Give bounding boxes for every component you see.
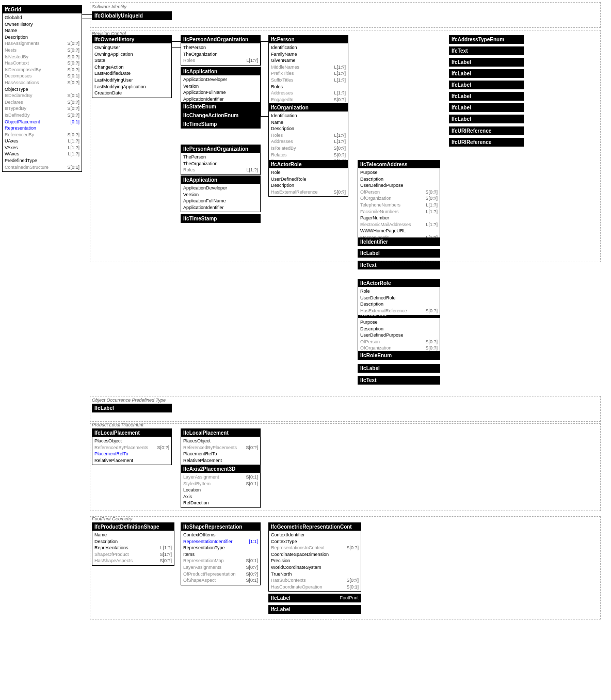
ifc-grid-field-waxes: WAxesL[1:?] [5,151,79,157]
ifc-shape-representation-header: IfcShapeRepresentation [181,523,260,531]
ifc-grid-field-description: Description [5,34,79,41]
ifc-state-enum-header: IfcStateEnum [181,103,260,110]
ifc-local-placement-2-header: IfcLocalPlacement [181,429,260,437]
ifc-uri-reference-1-box: IfcURIReference [449,126,524,135]
ifc-grid-field-objecttype: ObjectType [5,86,79,93]
ifc-state-enum-box: IfcStateEnum [181,102,261,111]
ifc-grid-field-isnestedby: IsNestedByS[0:?] [5,54,79,60]
ifc-grid-field-predefinedtype: PredefinedType [5,157,79,164]
connector-pao1-to-org-h [261,116,268,117]
ifc-owner-history-header: IfcOwnerHistory [92,36,171,43]
ifc-grid-header: IfcGrid [3,6,82,13]
ifc-grid-field-name: Name [5,27,79,34]
ifc-grid-field-referencedby: ReferencedByS[0:?] [5,132,79,138]
ifc-telecom-address-body: Purpose Description UserDefinedPurpose O… [358,168,440,242]
ifc-label-footprint-header: IfcLabelFootPrint [269,594,361,602]
ifc-local-placement-2-box: IfcLocalPlacement PlacesObject Reference… [181,428,261,465]
ifc-local-placement-1-box: IfcLocalPlacement PlacesObject Reference… [92,428,172,465]
ifc-grid-field-objectplacement: ObjectPlacement[0:1] [5,119,79,125]
ifc-owner-history-box: IfcOwnerHistory OwningUser OwningApplica… [92,35,172,98]
section-footprint-geometry: FootPrint Geometry [92,516,133,521]
ifc-text-header: IfcText [449,47,523,55]
ifc-label-4-box: IfcLabel [449,92,524,101]
ifc-uri-reference-2-box: IfcURIReference [449,138,524,147]
ifc-grid-field-ownerhistory: OwnerHistory [5,21,79,28]
ifc-label-oop-header: IfcLabel [92,404,171,412]
ifc-telecom-address-header: IfcTelecomAddress [358,161,440,168]
ifc-grid-field-hasassignments: HasAssignmentsS[0:?] [5,40,79,47]
ifc-axis2-placement3d-box: IfcAxis2Placement3D LayerAssignmentS[0:1… [181,465,261,508]
ifc-person-and-organization-1-header: IfcPersonAndOrganization [181,36,260,43]
ifc-grid-field-containedinstructure: ContainedInStructureS[0:1] [5,164,79,171]
ifc-uri-reference-2-header: IfcURIReference [449,138,523,146]
ifc-grid-field-nests: NestsS[0:?] [5,47,79,54]
ifc-identifier-box: IfcIdentifier [358,237,440,246]
ifc-grid-field-isdecomposedby: IsDecomposedByS[0:?] [5,67,79,73]
ifc-organization-body: Identification Name Description RolesL[1… [269,112,348,166]
ifc-person-and-organization-2-box: IfcPersonAndOrganization ThePerson TheOr… [181,145,261,175]
ifc-actor-role-2-box: IfcActorRole Role UserDefinedRole Descri… [358,279,440,315]
ifc-address-type-enum-header: IfcAddressTypeEnum [449,36,523,43]
ifc-label-fp2-box: IfcLabel [268,605,361,614]
ifc-telecom-address-box: IfcTelecomAddress Purpose Description Us… [358,160,440,243]
ifc-product-definition-shape-body: Name Description RepresentationsL[1:?] S… [92,531,174,565]
ifc-grid-field-uaxes: UAxesL[1:?] [5,138,79,145]
main-container: Software Identity Revision Control Objec… [0,0,611,700]
ifc-identifier-header: IfcIdentifier [358,238,440,246]
ifc-shape-representation-box: IfcShapeRepresentation ContextOfItems Re… [181,522,261,585]
ifc-time-stamp-1-box: IfcTimeStamp [181,120,261,129]
ifc-grid-field-decomposes: DecomposesS[0:1] [5,73,79,79]
ifc-grid-field-globalid: GlobalId [5,14,79,21]
ifc-local-placement-1-body: PlacesObject ReferencedByPlacementsS[0:?… [92,437,171,465]
ifc-application-2-body: ApplicationDeveloper Version Application… [181,184,260,212]
ifc-grid-field-declares: DeclaresS[0:?] [5,99,79,106]
ifc-label-oop-box: IfcLabel [92,404,172,412]
ifc-shape-representation-body: ContextOfItems RepresentationIdentifier[… [181,531,260,585]
ifc-address-box: IfcAddress Purpose Description UserDefin… [358,310,440,353]
section-object-occurrence: Object Occurrence Predefined Type [92,397,166,403]
ifc-address-body: Purpose Description UserDefinedPurpose O… [358,318,440,353]
ifc-actor-role-1-box: IfcActorRole Role UserDefinedRole Descri… [268,160,348,197]
ifc-product-definition-shape-header: IfcProductDefinitionShape [92,523,174,531]
ifc-product-definition-shape-box: IfcProductDefinitionShape Name Descripti… [92,522,174,566]
ifc-label-6-header: IfcLabel [449,115,523,123]
ifc-organization-box: IfcOrganization Identification Name Desc… [268,103,348,166]
connector-ownerhistory-to-app1 [172,47,181,48]
ifc-label-footprint-box: IfcLabelFootPrint [268,594,361,602]
ifc-person-and-organization-1-box: IfcPersonAndOrganization ThePerson TheOr… [181,35,261,66]
ifc-label-5-box: IfcLabel [449,103,524,112]
ifc-time-stamp-1-header: IfcTimeStamp [181,120,260,128]
ifc-grid-field-hascontext: HasContextS[0:?] [5,60,79,67]
ifc-label-4-header: IfcLabel [449,92,523,100]
ifc-actor-role-1-header: IfcActorRole [269,161,348,168]
ifc-grid-field-vaxes: VAxesL[1:?] [5,145,79,151]
ifc-grid-field-isdeclaredby: IsDeclaredByS[0:1] [5,92,79,99]
ifc-person-and-organization-2-header: IfcPersonAndOrganization [181,145,260,153]
ifc-person-body: Identification FamilyName GivenName Midd… [269,43,348,104]
ifc-change-action-enum-box: IfcChangeActionEnum [181,111,261,120]
ifc-label-5-header: IfcLabel [449,104,523,112]
connector-pao1-to-person [261,41,268,42]
ifc-organization-header: IfcOrganization [269,104,348,112]
connector-grid-to-ownerhistory [82,19,92,19]
ifc-owner-history-body: OwningUser OwningApplication State Chang… [92,43,171,98]
ifc-application-2-box: IfcApplication ApplicationDeveloper Vers… [181,176,261,212]
ifc-label-fp2-header: IfcLabel [269,606,361,613]
ifc-globally-unique-id-box: IfcGloballyUniqueId [92,11,172,20]
ifc-actor-role-2-body: Role UserDefinedRole Description HasExte… [358,287,440,315]
ifc-text-below-address-header: IfcText [358,376,440,384]
ifc-label-1-header: IfcLabel [449,58,523,66]
ifc-label-below-address-box: IfcLabel [358,364,440,373]
ifc-text-standalone-header: IfcText [358,261,440,269]
ifc-actor-role-1-body: Role UserDefinedRole Description HasExte… [269,168,348,196]
ifc-grid-box: IfcGrid GlobalId OwnerHistory Name Descr… [2,5,82,172]
ifc-role-enum-header: IfcRoleEnum [358,352,440,359]
ifc-local-placement-2-body: PlacesObject ReferencedByPlacementsS[0:?… [181,437,260,465]
ifc-grid-field-isdefinedby: IsDefinedByS[0:?] [5,112,79,119]
ifc-globally-unique-id-header: IfcGloballyUniqueId [92,12,171,20]
ifc-uri-reference-1-header: IfcURIReference [449,127,523,135]
ifc-local-placement-1-header: IfcLocalPlacement [92,429,171,437]
ifc-label-standalone-header: IfcLabel [358,249,440,257]
ifc-label-1-box: IfcLabel [449,58,524,67]
ifc-role-enum-box: IfcRoleEnum [358,351,440,360]
